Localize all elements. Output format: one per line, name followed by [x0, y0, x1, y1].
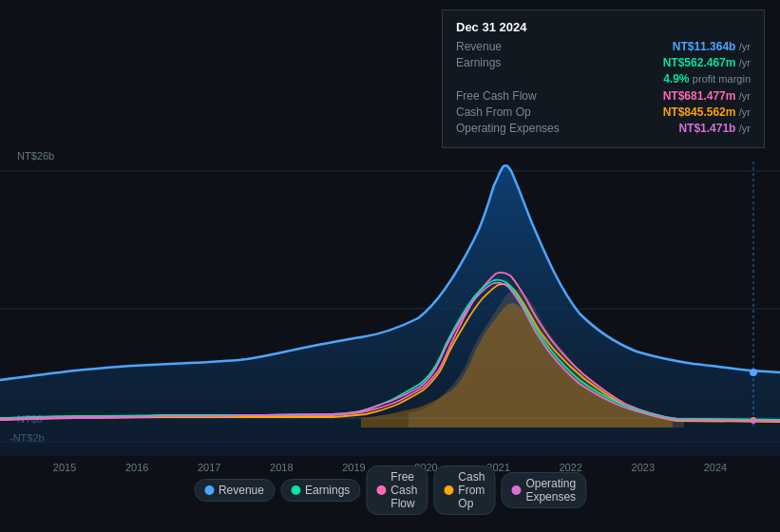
tooltip-value-opexpenses: NT$1.471b /yr: [678, 122, 751, 135]
tooltip-card: Dec 31 2024 Revenue NT$11.364b /yr Earni…: [442, 10, 765, 148]
y-label-top: NT$26b: [17, 150, 54, 162]
legend-label-freecash: Free Cash Flow: [390, 470, 417, 510]
legend-dot-revenue: [204, 485, 214, 495]
legend-dot-freecash: [376, 485, 386, 495]
tooltip-row-cashfromop: Cash From Op NT$845.562m /yr: [456, 105, 751, 119]
legend-dot-earnings: [291, 485, 300, 495]
x-label-2024: 2024: [704, 462, 727, 473]
tooltip-date: Dec 31 2024: [456, 20, 751, 34]
tooltip-value-revenue: NT$11.364b /yr: [673, 40, 751, 53]
tooltip-value-cashfromop: NT$845.562m /yr: [663, 105, 751, 119]
tooltip-value-freecash: NT$681.477m /yr: [663, 89, 751, 103]
tooltip-label-earnings: Earnings: [456, 56, 501, 69]
legend-dot-opexpenses: [511, 485, 521, 495]
legend-item-earnings[interactable]: Earnings: [280, 479, 360, 502]
profit-margin-row: 4.9% profit margin: [456, 72, 751, 86]
x-label-2016: 2016: [125, 462, 148, 473]
tooltip-profit-margin: 4.9% profit margin: [663, 72, 751, 86]
tooltip-row-freecash: Free Cash Flow NT$681.477m /yr: [456, 89, 751, 103]
tooltip-label-revenue: Revenue: [456, 40, 502, 53]
tooltip-label-freecash: Free Cash Flow: [456, 89, 537, 103]
legend-label-opexpenses: Operating Expenses: [525, 477, 576, 504]
tooltip-row-revenue: Revenue NT$11.364b /yr: [456, 40, 751, 53]
legend-item-cashfromop[interactable]: Cash From Op: [433, 466, 495, 515]
tooltip-value-earnings: NT$562.467m /yr: [663, 56, 751, 69]
svg-point-7: [751, 418, 756, 424]
legend-item-opexpenses[interactable]: Operating Expenses: [501, 472, 586, 508]
legend-dot-cashfromop: [444, 485, 453, 495]
legend-label-revenue: Revenue: [219, 484, 264, 497]
legend-label-earnings: Earnings: [305, 484, 350, 497]
legend-item-revenue[interactable]: Revenue: [194, 479, 275, 502]
chart-container: Dec 31 2024 Revenue NT$11.364b /yr Earni…: [0, 0, 780, 532]
tooltip-label-opexpenses: Operating Expenses: [456, 122, 560, 135]
x-label-2023: 2023: [632, 462, 655, 473]
x-label-2015: 2015: [53, 462, 76, 473]
legend-item-freecash[interactable]: Free Cash Flow: [366, 466, 428, 515]
chart-svg: [0, 162, 780, 456]
tooltip-row-opexpenses: Operating Expenses NT$1.471b /yr: [456, 122, 751, 135]
chart-legend: Revenue Earnings Free Cash Flow Cash Fro…: [194, 466, 586, 515]
tooltip-row-earnings: Earnings NT$562.467m /yr: [456, 56, 751, 69]
legend-label-cashfromop: Cash From Op: [458, 470, 485, 510]
svg-point-5: [750, 369, 757, 376]
tooltip-label-cashfromop: Cash From Op: [456, 105, 531, 119]
